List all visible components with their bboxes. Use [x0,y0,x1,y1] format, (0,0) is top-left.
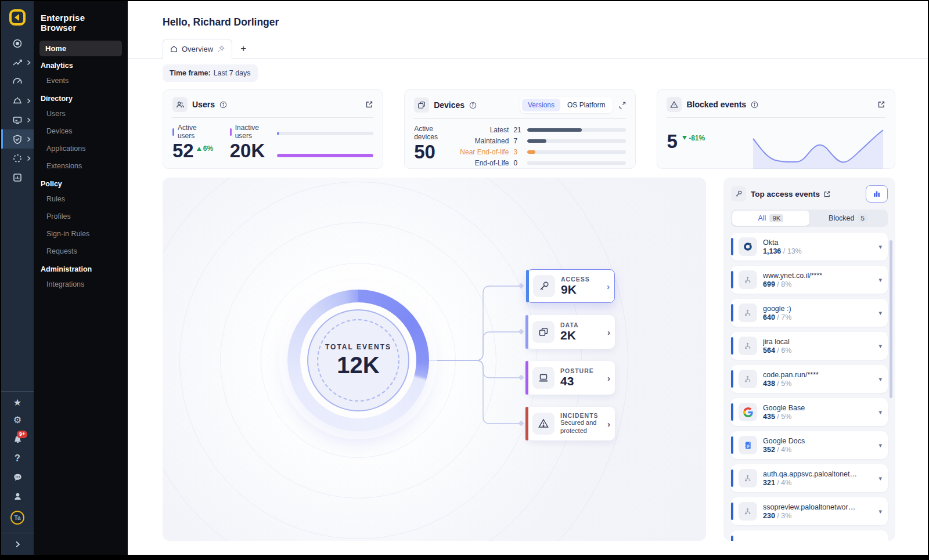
sidebar-item-requests[interactable]: Requests [34,243,128,260]
top-events-list: Okta 1,136 / 13% ▾ www.ynet.co.il/**** 6… [731,233,888,541]
list-item[interactable]: jira local 564 / 6% ▾ [731,332,888,360]
brand-logo-icon[interactable] [1,1,34,34]
toggle-versions[interactable]: Versions [522,99,560,111]
sidebar-item-users[interactable]: Users [34,105,128,122]
sidebar-item-events[interactable]: Events [34,72,128,89]
sidebar-item-rules[interactable]: Rules [34,190,128,208]
list-item[interactable]: ssopreview.paloaltonetworks.... 230 / 3%… [731,497,888,525]
blocked-count-badge: 5 [858,214,867,222]
list-item[interactable]: code.pan.run/**** 438 / 5% ▾ [731,365,888,393]
timeframe-chip[interactable]: Time frame: Last 7 days [163,64,258,82]
tab-all[interactable]: All 9K [732,211,809,226]
list-item[interactable]: auth.qa.appsvc.paloaltonetwo... 321 / 4%… [731,464,888,492]
list-item[interactable]: Google Docs 352 / 4% ▾ [731,431,888,459]
total-events-donut: TOTAL EVENTS 12K [287,290,429,431]
list-item[interactable]: google :) 640 / 7% ▾ [731,299,888,327]
help-icon[interactable]: ? [1,449,34,468]
timeframe-label: Time frame: [170,69,211,77]
toggle-os-platform[interactable]: OS Platform [561,99,611,111]
external-link-icon[interactable] [877,100,885,109]
feedback-icon[interactable] [1,468,34,487]
sidebar-item-devices[interactable]: Devices [34,122,128,140]
info-icon[interactable] [469,102,477,109]
list-item[interactable]: www.ynet.co.il/**** 699 / 8% ▾ [731,266,888,294]
list-item-partial[interactable] [731,530,888,541]
chevron-down-icon[interactable]: ▾ [878,409,882,416]
info-icon[interactable] [751,101,758,109]
sidebar-item-signin-rules[interactable]: Sign-in Rules [34,225,128,243]
sidebar-item-home[interactable]: Home [39,41,122,56]
scrollbar-thumb[interactable] [890,240,892,398]
pin-icon[interactable] [217,45,225,53]
list-item[interactable]: Google Base 435 / 5% ▾ [731,398,888,426]
events-flow-panel: TOTAL EVENTS 12K [163,178,706,541]
bar-chart-icon [873,190,881,198]
favorites-icon[interactable]: ★ [1,391,34,410]
incident-warning-icon [532,413,554,435]
expand-sidebar-icon[interactable] [1,533,34,555]
top-access-events-panel: Top access events All 9K [723,178,895,541]
top-events-tabs: All 9K Blocked 5 [731,209,888,227]
sidebar-item-profiles[interactable]: Profiles [34,208,128,225]
chevron-down-icon[interactable]: ▾ [878,243,882,251]
process-icon[interactable] [1,149,34,168]
alerts-icon[interactable] [1,91,34,110]
chevron-down-icon[interactable]: ▾ [878,375,882,383]
site-favicon [739,502,757,521]
devices-card-icon [414,97,429,113]
chevron-down-icon[interactable]: ▾ [878,342,882,350]
external-link-icon[interactable] [823,190,831,198]
info-icon[interactable] [219,101,227,109]
dashboard-content: Time frame: Last 7 days Users [128,59,928,541]
chevron-down-icon[interactable]: ▾ [878,442,882,449]
site-favicon [739,337,757,355]
tab-blocked[interactable]: Blocked 5 [809,211,887,226]
site-favicon [739,270,757,289]
incidents-node-card[interactable]: INCIDENTS Secured and protected › [527,407,615,440]
dashboard-icon[interactable] [1,72,34,91]
device-bar-maintained [527,139,546,143]
nav-section-policy: Policy [34,175,128,190]
notification-badge: 9+ [17,431,27,438]
users-bars [277,124,373,162]
sidebar-item-applications[interactable]: Applications [34,140,128,157]
main-area: Hello, Richard Dorlinger Overview + Time… [128,1,928,555]
site-favicon [739,370,757,388]
chevron-down-icon[interactable]: ▾ [878,508,882,515]
chevron-down-icon[interactable]: ▾ [878,309,882,317]
target-icon[interactable] [1,34,34,53]
reports-icon[interactable] [1,168,34,187]
analytics-icon[interactable] [1,53,34,72]
external-link-icon[interactable] [365,100,373,109]
sidebar-item-integrations[interactable]: Integrations [34,276,128,293]
settings-icon[interactable]: ⚙ [1,410,34,429]
data-node-card[interactable]: DATA 2K › [527,315,615,349]
devices-card: Devices Versions OS Platform [404,89,636,169]
devices-icon[interactable] [1,110,34,129]
expand-icon[interactable] [618,102,626,109]
chart-view-button[interactable] [866,185,888,203]
security-icon[interactable] [1,129,34,149]
user-icon[interactable] [1,487,34,506]
warning-icon [667,97,682,112]
posture-node-card[interactable]: POSTURE 43 › [527,361,615,395]
okta-favicon [739,237,757,256]
users-card-title: Users [192,100,215,109]
list-item[interactable]: Okta 1,136 / 13% ▾ [731,233,888,261]
add-tab-button[interactable]: + [240,43,246,58]
access-node-card[interactable]: ACCESS 9K › [527,269,615,303]
key-icon [533,275,555,297]
sidebar-item-extensions[interactable]: Extensions [34,157,128,175]
active-devices-stat: Active devices 50 [414,125,449,163]
site-favicon [739,469,757,487]
notifications-icon[interactable]: 9+ [1,429,34,449]
key-icon [731,186,746,201]
google-favicon [739,403,757,421]
tab-overview[interactable]: Overview [163,39,232,59]
chevron-down-icon[interactable]: ▾ [878,475,882,482]
blocked-events-title: Blocked events [686,100,746,109]
active-users-bar [277,132,279,135]
chevron-down-icon[interactable]: ▾ [878,276,882,284]
gdocs-favicon [739,436,757,454]
avatar[interactable]: Ta [1,506,34,529]
